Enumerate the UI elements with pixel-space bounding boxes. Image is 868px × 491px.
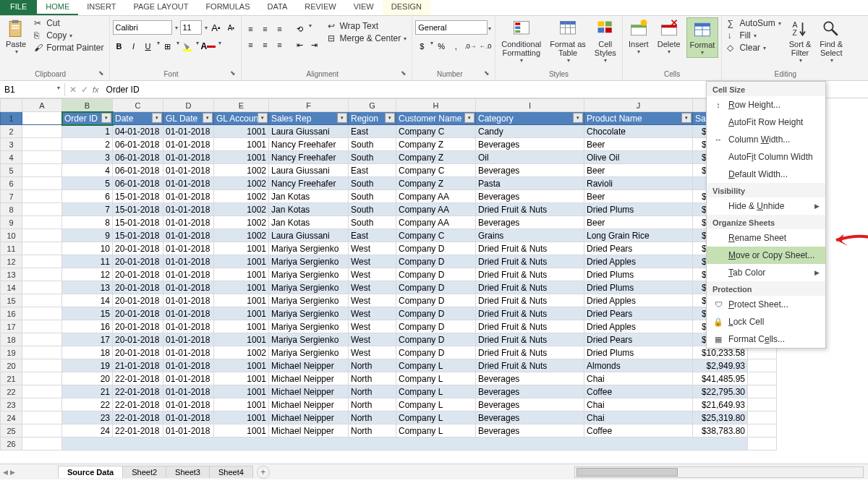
data-cell[interactable]: Nancy Freehafer [269, 151, 349, 164]
data-cell[interactable]: Beverages [476, 385, 584, 398]
data-cell[interactable]: Almonds [584, 359, 693, 372]
menu-default-width[interactable]: Default Width... [707, 166, 825, 183]
data-cell[interactable]: Mariya Sergienko [269, 294, 349, 307]
data-cell[interactable]: Candy [476, 125, 584, 138]
menu-move-copy-sheet[interactable]: Move or Copy Sheet... [707, 247, 825, 264]
autosum-button[interactable]: ∑AutoSum▾ [725, 17, 783, 29]
data-cell[interactable]: 20-01-2018 [113, 255, 163, 268]
data-cell[interactable]: Beverages [476, 138, 584, 151]
data-cell[interactable]: Grains [476, 229, 584, 242]
data-cell[interactable]: 01-01-2018 [163, 242, 214, 255]
select-all-corner[interactable] [1, 99, 22, 112]
data-cell[interactable]: 20-01-2018 [113, 333, 163, 346]
data-cell[interactable]: West [349, 255, 396, 268]
data-cell[interactable]: West [349, 242, 396, 255]
column-header-D[interactable]: D [163, 99, 214, 112]
menu-autofit-row-height[interactable]: AutoFit Row Height [707, 114, 825, 131]
data-cell[interactable]: 1001 [214, 307, 269, 320]
data-cell[interactable]: Mariya Sergienko [269, 255, 349, 268]
data-cell[interactable]: South [349, 203, 396, 216]
data-cell[interactable]: Dried Fruit & Nuts [476, 294, 584, 307]
row-header-21[interactable]: 21 [1, 372, 22, 385]
row-header-19[interactable]: 19 [1, 346, 22, 359]
data-cell[interactable]: 06-01-2018 [113, 138, 163, 151]
align-top-button[interactable]: ≡ [244, 22, 258, 35]
clear-button[interactable]: ◇Clear▾ [725, 42, 783, 54]
menu-column-width[interactable]: ↔Column Width... [707, 131, 825, 148]
row-header-25[interactable]: 25 [1, 424, 22, 437]
horizontal-scrollbar[interactable] [574, 466, 864, 478]
row-header-24[interactable]: 24 [1, 411, 22, 424]
row-header-18[interactable]: 18 [1, 333, 22, 346]
column-header-E[interactable]: E [214, 99, 269, 112]
data-cell[interactable]: South [349, 177, 396, 190]
data-cell[interactable]: Beverages [476, 190, 584, 203]
data-cell[interactable]: 18 [62, 346, 113, 359]
data-cell[interactable]: Company Z [396, 177, 476, 190]
data-cell[interactable]: 1002 [214, 229, 269, 242]
data-cell[interactable]: 22-01-2018 [113, 385, 163, 398]
data-cell[interactable]: Company D [396, 307, 476, 320]
filter-dropdown-icon[interactable]: ▾ [681, 113, 692, 123]
data-cell[interactable]: 01-01-2018 [163, 333, 214, 346]
menu-lock-cell[interactable]: 🔒Lock Cell [707, 313, 825, 330]
data-cell[interactable]: 1001 [214, 125, 269, 138]
alignment-launcher[interactable]: ⬊ [401, 69, 409, 79]
data-cell[interactable]: South [349, 138, 396, 151]
data-cell[interactable]: Chai [584, 411, 693, 424]
data-cell[interactable]: West [349, 346, 396, 359]
menu-autofit-column-width[interactable]: AutoFit Column Width [707, 148, 825, 166]
tab-review[interactable]: REVIEW [296, 0, 344, 15]
format-painter-button[interactable]: 🖌Format Painter [32, 42, 106, 54]
tab-design[interactable]: DESIGN [383, 0, 430, 15]
data-cell[interactable]: West [349, 320, 396, 333]
data-cell[interactable]: 01-01-2018 [163, 346, 214, 359]
data-cell[interactable]: Mariya Sergienko [269, 242, 349, 255]
data-cell[interactable]: Dried Plums [584, 203, 693, 216]
data-cell[interactable]: Company AA [396, 203, 476, 216]
data-cell[interactable]: 01-01-2018 [163, 411, 214, 424]
menu-row-height[interactable]: ↕Row Height... [707, 96, 825, 114]
data-cell[interactable]: 01-01-2018 [163, 229, 214, 242]
data-cell[interactable]: North [349, 359, 396, 372]
data-cell[interactable]: Company C [396, 125, 476, 138]
cell-styles-button[interactable]: Cell Styles▾ [592, 17, 619, 65]
orientation-button[interactable]: ⟲ [294, 22, 307, 35]
data-cell[interactable]: Company L [396, 424, 476, 437]
row-header-11[interactable]: 11 [1, 242, 22, 255]
sheet-nav-arrows[interactable]: ◀ ▶ [3, 469, 15, 476]
menu-hide-unhide[interactable]: Hide & Unhide▶ [707, 197, 825, 215]
row-header-9[interactable]: 9 [1, 216, 22, 229]
row-header-6[interactable]: 6 [1, 177, 22, 190]
filter-dropdown-icon[interactable]: ▾ [464, 113, 475, 123]
name-box[interactable]: B1 ▾ [0, 83, 65, 96]
data-cell[interactable]: Beverages [476, 164, 584, 177]
increase-font-button[interactable]: A▴ [210, 21, 223, 34]
menu-protect-sheet[interactable]: 🛡Protect Sheet... [707, 296, 825, 313]
border-button[interactable]: ⊞ [161, 40, 174, 53]
data-cell[interactable]: 1001 [214, 372, 269, 385]
data-cell[interactable]: 1001 [214, 242, 269, 255]
data-cell[interactable]: 20-01-2018 [113, 346, 163, 359]
data-cell[interactable]: 06-01-2018 [113, 177, 163, 190]
data-cell[interactable]: 20-01-2018 [113, 320, 163, 333]
format-as-table-button[interactable]: Format as Table▾ [547, 17, 589, 65]
data-cell[interactable]: Coffee [584, 424, 693, 437]
data-cell[interactable]: Dried Apples [584, 255, 693, 268]
data-cell[interactable]: Company L [396, 398, 476, 411]
data-cell[interactable]: 06-01-2018 [113, 151, 163, 164]
row-header-13[interactable]: 13 [1, 268, 22, 281]
data-cell[interactable]: Laura Giussani [269, 125, 349, 138]
data-cell[interactable]: Company L [396, 372, 476, 385]
data-cell[interactable]: 01-01-2018 [163, 125, 214, 138]
row-header-26[interactable]: 26 [1, 437, 22, 451]
data-cell[interactable]: 16 [62, 320, 113, 333]
data-cell[interactable]: Nancy Freehafer [269, 138, 349, 151]
data-cell[interactable]: 1002 [214, 177, 269, 190]
new-sheet-button[interactable]: + [257, 466, 270, 479]
data-cell[interactable]: 06-01-2018 [113, 164, 163, 177]
tab-page-layout[interactable]: PAGE LAYOUT [124, 0, 197, 15]
table-header-cell[interactable]: Category▾ [476, 112, 584, 125]
data-cell[interactable]: 01-01-2018 [163, 177, 214, 190]
data-cell[interactable]: Company AA [396, 190, 476, 203]
